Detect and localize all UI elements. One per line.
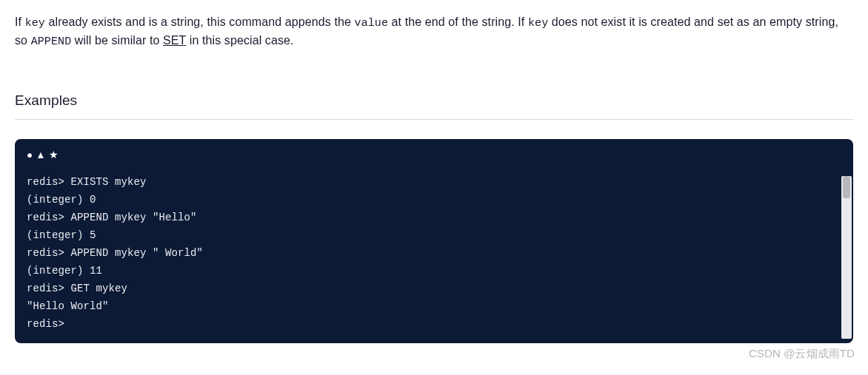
scrollbar-track[interactable] bbox=[841, 176, 852, 339]
description-paragraph: If key already exists and is a string, t… bbox=[15, 13, 853, 51]
watermark-text: CSDN @云烟成雨TD bbox=[749, 347, 855, 361]
inline-code-key: key bbox=[528, 17, 548, 30]
text-fragment: at the end of the string. If bbox=[388, 16, 528, 28]
set-command-link[interactable]: SET bbox=[163, 34, 186, 47]
text-fragment: will be similar to bbox=[71, 34, 163, 47]
text-fragment: already exists and is a string, this com… bbox=[45, 16, 355, 28]
cli-body[interactable]: redis> EXISTS mykey (integer) 0 redis> A… bbox=[15, 166, 853, 341]
scrollbar-thumb[interactable] bbox=[843, 176, 850, 198]
cli-header: ●▲★ bbox=[15, 139, 853, 166]
inline-code-key: key bbox=[25, 17, 45, 30]
inline-code-append: APPEND bbox=[31, 36, 72, 48]
text-fragment: If bbox=[15, 16, 25, 28]
inline-code-value: value bbox=[355, 17, 389, 30]
cli-example-block: ●▲★ redis> EXISTS mykey (integer) 0 redi… bbox=[15, 139, 853, 344]
cli-header-icons[interactable]: ●▲★ bbox=[27, 149, 61, 161]
text-fragment: in this special case. bbox=[186, 34, 293, 47]
examples-heading: Examples bbox=[15, 92, 853, 120]
